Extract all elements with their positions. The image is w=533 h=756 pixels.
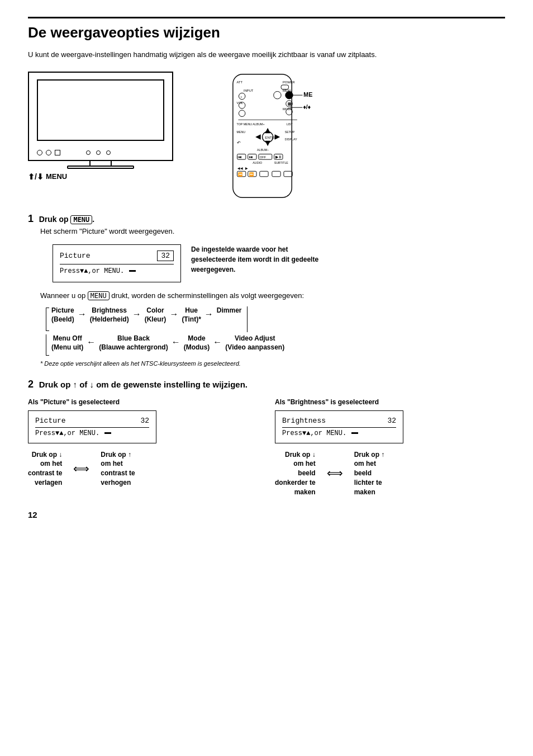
updown-arrow-icon: ⬆/⬇ xyxy=(28,172,44,181)
flow-row-2: Menu Off(Menu uit) ← Blue Back(Blauwe ac… xyxy=(46,334,505,356)
flow-bracket-bottom xyxy=(46,334,49,356)
screen-row1: Picture 32 xyxy=(60,251,174,262)
step-1-desc: Het scherm "Picture" wordt weergegeven. … xyxy=(40,226,505,368)
svg-rect-52 xyxy=(272,171,280,177)
svg-text:OFF: OFF xyxy=(260,155,266,159)
svg-text:DISPLAY: DISPLAY xyxy=(285,137,297,140)
picture-right-arrow-text: Druk op ↑om hetcontrast teverhogen xyxy=(101,450,135,488)
svg-text:AUDIO: AUDIO xyxy=(253,160,262,164)
monitor-bottom xyxy=(29,148,172,158)
led-square xyxy=(55,150,60,155)
flow-items-row2: Menu Off(Menu uit) ← Blue Back(Blauwe ac… xyxy=(51,334,284,352)
screen-row2: Press▼▲,or MENU. xyxy=(60,264,174,276)
step-1-number: 1 xyxy=(28,213,34,224)
svg-text:POWER: POWER xyxy=(283,81,295,84)
flow-bracket-top xyxy=(46,308,49,331)
svg-rect-53 xyxy=(284,171,292,177)
svg-text:MENU: MENU xyxy=(303,91,313,98)
menu-key-1: MENU xyxy=(70,215,92,224)
flow-item-picture: Picture(Beeld) xyxy=(51,306,74,324)
picture-section-label: Als "Picture" is geselecteerd xyxy=(28,398,258,406)
step-2-title: Druk op ↑ of ↓ om de gewenste instelling… xyxy=(39,380,248,389)
picture-screen-box: Picture 32 Press▼▲,or MENU. xyxy=(53,244,181,282)
flow-item-videoadjust: Video Adjust(Video aanpassen) xyxy=(225,334,284,352)
svg-text:LIST: LIST xyxy=(287,122,293,125)
brightness-right-arrow-text: Druk op ↑om hetbeeldlichter temaken xyxy=(354,450,385,497)
progress-indicator-2 xyxy=(104,432,111,434)
svg-text:ATT: ATT xyxy=(237,81,243,84)
flow-bracket-right xyxy=(244,306,248,332)
monitor-label-row: ⬆/⬇ MENU xyxy=(28,172,184,181)
step-2: 2 Druk op ↑ of ↓ om de gewenste instelli… xyxy=(28,379,505,497)
svg-marker-27 xyxy=(255,134,261,140)
led-2 xyxy=(46,150,51,155)
page-number: 12 xyxy=(28,510,505,519)
flow-items-row1: Picture(Beeld) → Brightness(Helderheid) … xyxy=(51,306,248,332)
dot-2 xyxy=(96,150,101,155)
svg-text:⏪: ⏪ xyxy=(238,171,243,176)
svg-marker-24 xyxy=(265,127,270,133)
svg-text:▶⏸: ▶⏸ xyxy=(275,155,282,159)
screen-note: De ingestelde waarde voor het geselectee… xyxy=(191,244,320,275)
menu-flow-diagram: Picture(Beeld) → Brightness(Helderheid) … xyxy=(46,306,505,356)
svg-text:⏮: ⏮ xyxy=(238,155,242,159)
svg-text:↶: ↶ xyxy=(237,140,241,145)
progress-indicator-3 xyxy=(351,432,358,434)
flow-arrow-6: ← xyxy=(172,334,180,351)
picture-left-arrow-text: Druk op ↓om hetcontrast teverlagen xyxy=(28,450,62,488)
top-diagrams: ⬆/⬇ MENU ATT POWER INPUT MENU + xyxy=(28,72,505,202)
monitor-diagram: ⬆/⬇ MENU xyxy=(28,72,184,181)
flow-item-blueback: Blue Back(Blauwe achtergrond) xyxy=(99,334,168,352)
flow-arrow-3: → xyxy=(169,306,178,323)
led-1 xyxy=(37,150,42,155)
monitor-dots xyxy=(86,150,111,155)
flow-arrow-2: → xyxy=(132,306,141,323)
monitor-box xyxy=(28,72,173,161)
svg-point-17 xyxy=(239,110,245,117)
step-2-number: 2 xyxy=(28,379,34,390)
remote-svg: ATT POWER INPUT MENU + MENU VOL xyxy=(201,72,313,200)
svg-text:⬛: ⬛ xyxy=(288,102,292,106)
picture-screen-row2: Press▼▲,or MENU. xyxy=(35,427,149,437)
svg-text:MENU: MENU xyxy=(237,130,246,134)
dot-3 xyxy=(106,150,111,155)
brightness-left-arrow-text: Druk op ↓om hetbeelddonkerder temaken xyxy=(275,450,316,497)
svg-text:SUBTITLE: SUBTITLE xyxy=(274,160,289,164)
flow-arrow-1: → xyxy=(78,306,87,323)
screen-section-brightness: Als "Brightness" is geselecteerd Brightn… xyxy=(275,398,505,497)
remote-area: ATT POWER INPUT MENU + MENU VOL xyxy=(201,72,505,202)
svg-rect-51 xyxy=(260,171,268,177)
double-arrow-brightness: ⟺ xyxy=(327,466,343,480)
screen-label: Picture xyxy=(60,251,91,262)
step-1-title: Druk op MENU. xyxy=(39,215,95,224)
screen-box-wrap: Picture 32 Press▼▲,or MENU. De ingesteld… xyxy=(53,244,505,282)
svg-text:⏩: ⏩ xyxy=(249,171,254,176)
flow-arrow-7: ← xyxy=(213,334,222,351)
footnote: * Deze optie verschijnt alleen als het N… xyxy=(40,359,505,368)
svg-point-8 xyxy=(274,91,281,98)
brightness-screen-row1: Brightness 32 xyxy=(282,417,396,425)
svg-text:INPUT: INPUT xyxy=(244,89,254,92)
svg-text:◀◀: ◀◀ xyxy=(237,167,243,170)
monitor-stand xyxy=(28,161,173,169)
svg-text:ALBUM–: ALBUM– xyxy=(257,148,269,151)
flow-item-hue: Hue(Tint)* xyxy=(182,306,201,324)
brightness-arrow-explanation: Druk op ↓om hetbeelddonkerder temaken ⟺ … xyxy=(275,450,505,497)
svg-marker-33 xyxy=(265,140,270,146)
menu-key-flow: MENU xyxy=(88,291,110,300)
flow-row-1: Picture(Beeld) → Brightness(Helderheid) … xyxy=(46,306,505,332)
monitor-screen xyxy=(37,79,164,141)
flow-intro: Wanneer u op MENU drukt, worden de scher… xyxy=(40,290,505,301)
svg-text:♦/♦: ♦/♦ xyxy=(303,103,311,110)
picture-arrow-explanation: Druk op ↓om hetcontrast teverlagen ⟺ Dru… xyxy=(28,450,258,488)
stand-neck xyxy=(89,161,112,166)
flow-item-menuoff: Menu Off(Menu uit) xyxy=(51,334,83,352)
flow-item-color: Color(Kleur) xyxy=(145,306,166,324)
screen-value: 32 xyxy=(157,251,174,262)
step-1: 1 Druk op MENU. Het scherm "Picture" wor… xyxy=(28,213,505,368)
flow-arrow-4: → xyxy=(204,306,213,323)
svg-text:TOP MENU ALBUM+: TOP MENU ALBUM+ xyxy=(237,122,265,125)
flow-item-mode: Mode(Modus) xyxy=(184,334,210,352)
svg-text:▶: ▶ xyxy=(245,167,248,170)
brightness-screen-row2: Press▼▲,or MENU. xyxy=(282,427,396,437)
